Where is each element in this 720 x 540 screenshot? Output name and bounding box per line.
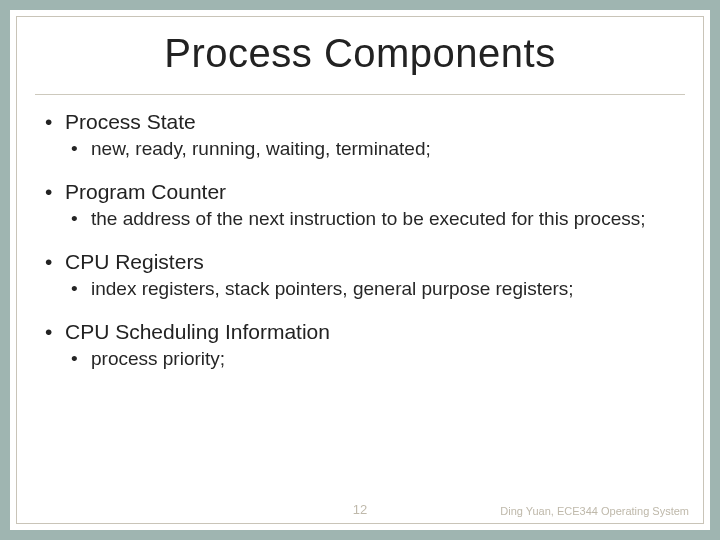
section-heading: CPU Registers xyxy=(65,249,204,275)
footer-attribution: Ding Yuan, ECE344 Operating System xyxy=(500,505,689,517)
section-detail: index registers, stack pointers, general… xyxy=(91,277,685,301)
bullet-icon: • xyxy=(41,179,65,205)
slide-title: Process Components xyxy=(35,31,685,76)
list-item: • CPU Scheduling Information • process p… xyxy=(41,319,685,371)
section-detail: process priority; xyxy=(91,347,685,371)
sub-list-item: • the address of the next instruction to… xyxy=(41,207,685,231)
section-detail: the address of the next instruction to b… xyxy=(91,207,685,231)
slide-inner: Process Components • Process State • new… xyxy=(16,16,704,524)
section-heading: Program Counter xyxy=(65,179,226,205)
section-heading: CPU Scheduling Information xyxy=(65,319,330,345)
list-item: • Program Counter • the address of the n… xyxy=(41,179,685,231)
list-item: • CPU Registers • index registers, stack… xyxy=(41,249,685,301)
bullet-icon: • xyxy=(71,347,91,371)
sub-list-item: • new, ready, running, waiting, terminat… xyxy=(41,137,685,161)
bullet-icon: • xyxy=(71,207,91,231)
slide-content: • Process State • new, ready, running, w… xyxy=(35,109,685,371)
section-heading: Process State xyxy=(65,109,196,135)
bullet-icon: • xyxy=(41,109,65,135)
bullet-icon: • xyxy=(71,137,91,161)
title-divider xyxy=(35,94,685,95)
list-item: • Process State • new, ready, running, w… xyxy=(41,109,685,161)
section-detail: new, ready, running, waiting, terminated… xyxy=(91,137,685,161)
sub-list-item: • process priority; xyxy=(41,347,685,371)
bullet-list: • Process State • new, ready, running, w… xyxy=(41,109,685,371)
sub-list-item: • index registers, stack pointers, gener… xyxy=(41,277,685,301)
bullet-icon: • xyxy=(41,249,65,275)
slide-frame: Process Components • Process State • new… xyxy=(0,0,720,540)
bullet-icon: • xyxy=(41,319,65,345)
bullet-icon: • xyxy=(71,277,91,301)
